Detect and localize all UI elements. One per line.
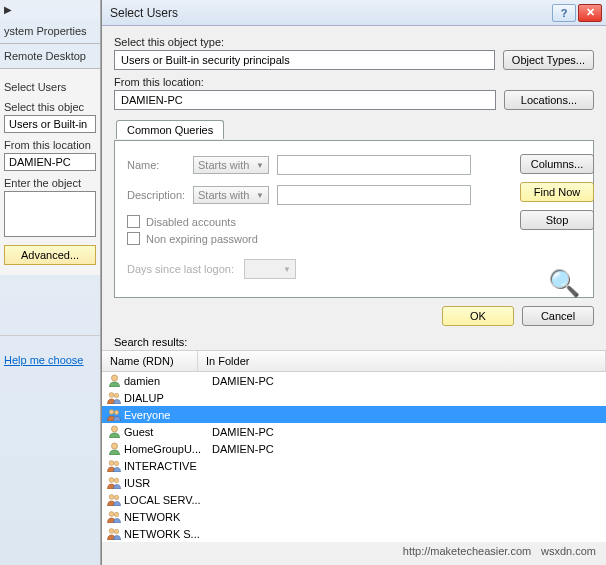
group-icon (106, 391, 122, 405)
result-row[interactable]: NETWORK (102, 508, 606, 525)
result-name: DIALUP (124, 392, 212, 404)
results-list[interactable]: damienDAMIEN-PCDIALUPEveryoneGuestDAMIEN… (102, 372, 606, 542)
result-row[interactable]: IUSR (102, 474, 606, 491)
group-icon (106, 476, 122, 490)
watermark: http://maketecheasier.com wsxdn.com (403, 543, 596, 559)
object-type-label: Select this object type: (114, 36, 594, 48)
result-folder: DAMIEN-PC (212, 443, 274, 455)
chevron-down-icon: ▼ (283, 265, 291, 274)
chevron-down-icon: ▼ (256, 191, 264, 200)
user-icon (106, 374, 122, 388)
result-folder: DAMIEN-PC (212, 375, 274, 387)
bg-panel-title: Select Users (4, 81, 96, 93)
tab-common-queries[interactable]: Common Queries (116, 120, 224, 139)
disabled-checkbox[interactable] (127, 215, 140, 228)
group-icon (106, 408, 122, 422)
result-row[interactable]: Everyone (102, 406, 606, 423)
select-users-dialog: Select Users ? ✕ Select this object type… (101, 0, 606, 565)
find-now-button[interactable]: Find Now (520, 182, 594, 202)
result-row[interactable]: GuestDAMIEN-PC (102, 423, 606, 440)
chevron-down-icon: ▼ (256, 161, 264, 170)
result-name: INTERACTIVE (124, 460, 212, 472)
column-name[interactable]: Name (RDN) (102, 351, 198, 371)
user-icon (106, 442, 122, 456)
description-label: Description: (127, 189, 193, 201)
titlebar-text: Select Users (110, 6, 550, 20)
disabled-label: Disabled accounts (146, 216, 236, 228)
result-name: NETWORK S... (124, 528, 212, 540)
result-row[interactable]: LOCAL SERV... (102, 491, 606, 508)
bg-enter-label: Enter the object (4, 177, 96, 189)
ok-button[interactable]: OK (442, 306, 514, 326)
results-header[interactable]: Name (RDN) In Folder (102, 350, 606, 372)
result-row[interactable]: NETWORK S... (102, 525, 606, 542)
result-name: HomeGroupU... (124, 443, 212, 455)
bg-tab-system[interactable]: ystem Properties (0, 19, 100, 44)
group-icon (106, 459, 122, 473)
close-button[interactable]: ✕ (578, 4, 602, 22)
bg-advanced-button[interactable]: Advanced... (4, 245, 96, 265)
days-combo[interactable]: ▼ (244, 259, 296, 279)
search-icon: 🔍 (548, 268, 580, 299)
location-input[interactable]: DAMIEN-PC (114, 90, 496, 110)
bg-help-link[interactable]: Help me choose (0, 335, 100, 384)
result-row[interactable]: damienDAMIEN-PC (102, 372, 606, 389)
locations-button[interactable]: Locations... (504, 90, 594, 110)
side-buttons: Columns... Find Now Stop (520, 154, 594, 238)
stop-button[interactable]: Stop (520, 210, 594, 230)
name-input[interactable] (277, 155, 471, 175)
cancel-button[interactable]: Cancel (522, 306, 594, 326)
group-icon (106, 510, 122, 524)
description-match-combo[interactable]: Starts with▼ (193, 186, 269, 204)
days-label: Days since last logon: (127, 263, 234, 275)
bg-enter-textarea[interactable] (4, 191, 96, 237)
background-window: ▶ ystem Properties Remote Desktop Select… (0, 0, 101, 565)
help-button[interactable]: ? (552, 4, 576, 22)
titlebar[interactable]: Select Users ? ✕ (102, 0, 606, 26)
group-icon (106, 527, 122, 541)
bg-location-label: From this location (4, 139, 96, 151)
bg-location-input[interactable]: DAMIEN-PC (4, 153, 96, 171)
result-row[interactable]: HomeGroupU...DAMIEN-PC (102, 440, 606, 457)
result-name: Guest (124, 426, 212, 438)
result-name: damien (124, 375, 212, 387)
nonexpiring-label: Non expiring password (146, 233, 258, 245)
object-types-button[interactable]: Object Types... (503, 50, 594, 70)
name-match-combo[interactable]: Starts with▼ (193, 156, 269, 174)
bg-object-label: Select this objec (4, 101, 96, 113)
bg-tab-remote[interactable]: Remote Desktop (0, 44, 100, 69)
result-name: LOCAL SERV... (124, 494, 212, 506)
name-label: Name: (127, 159, 193, 171)
result-row[interactable]: INTERACTIVE (102, 457, 606, 474)
column-folder[interactable]: In Folder (198, 351, 606, 371)
location-label: From this location: (114, 76, 594, 88)
nonexpiring-checkbox[interactable] (127, 232, 140, 245)
group-icon (106, 493, 122, 507)
object-type-input[interactable]: Users or Built-in security principals (114, 50, 495, 70)
result-row[interactable]: DIALUP (102, 389, 606, 406)
bg-object-input[interactable]: Users or Built-in (4, 115, 96, 133)
result-name: IUSR (124, 477, 212, 489)
bg-panel: Select Users Select this objec Users or … (0, 69, 100, 275)
user-icon (106, 425, 122, 439)
results-label: Search results: (102, 332, 606, 350)
columns-button[interactable]: Columns... (520, 154, 594, 174)
expand-icon[interactable]: ▶ (0, 0, 100, 19)
result-folder: DAMIEN-PC (212, 426, 274, 438)
result-name: Everyone (124, 409, 212, 421)
description-input[interactable] (277, 185, 471, 205)
result-name: NETWORK (124, 511, 212, 523)
